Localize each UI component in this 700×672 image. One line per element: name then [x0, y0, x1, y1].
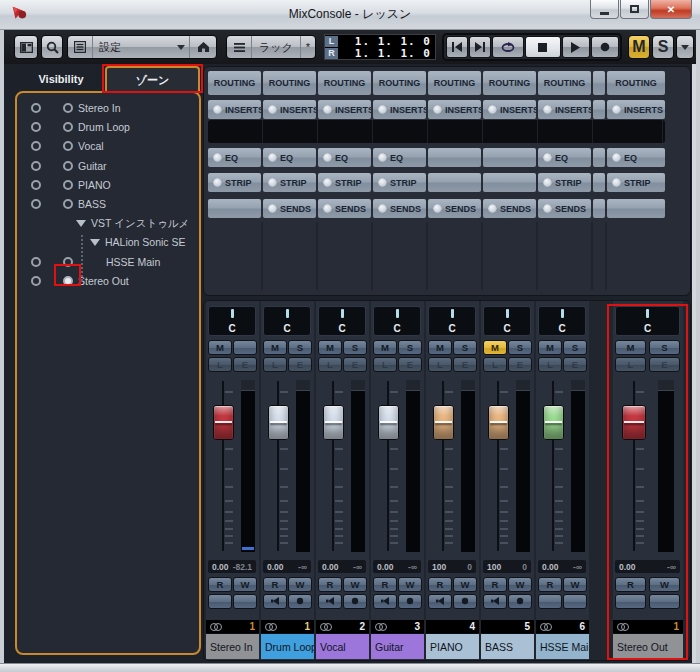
edit-channel-button[interactable]: E [563, 357, 587, 372]
read-automation-button[interactable]: R [263, 577, 287, 592]
monitor-button[interactable] [483, 594, 507, 609]
listen-button[interactable]: L [208, 357, 232, 372]
fader-value[interactable]: 0.00 [377, 562, 394, 572]
rack-strip-cell[interactable]: STRIP [373, 173, 426, 192]
channel-label[interactable]: Guitar [78, 160, 107, 172]
visibility-left-radio[interactable] [31, 141, 41, 151]
insert-slot[interactable] [428, 120, 483, 143]
rack-routing-cell[interactable]: ROUTING [428, 71, 481, 95]
solo-button[interactable] [233, 340, 257, 355]
rack-routing-cell[interactable]: ROUTING [373, 71, 426, 95]
tab-visibility[interactable]: Visibility [18, 68, 104, 90]
chevron-down-icon[interactable] [177, 45, 185, 50]
rack-eq-cell[interactable]: EQ [373, 148, 426, 167]
mute-button[interactable]: M [538, 340, 562, 355]
rack-sends-cell[interactable]: SENDS [263, 199, 316, 218]
rack-strip-cell[interactable]: STRIP [208, 173, 261, 192]
edit-channel-button[interactable]: E [398, 357, 422, 372]
fader-handle[interactable] [488, 405, 509, 440]
pan-control[interactable]: C [208, 306, 256, 336]
pan-control[interactable]: C [483, 306, 531, 336]
rack-strip-cell[interactable]: STRIP [607, 173, 665, 192]
rack-eq-cell[interactable]: EQ [263, 148, 316, 167]
channel-name[interactable]: PIANO [426, 633, 479, 659]
mute-button[interactable]: M [318, 340, 342, 355]
pan-control[interactable]: C [428, 306, 476, 336]
listen-button[interactable]: L [318, 357, 342, 372]
fader-value[interactable]: 0.00 [267, 562, 284, 572]
channel-label[interactable]: Stereo Out [78, 275, 129, 287]
insert-slot[interactable] [538, 120, 593, 143]
visibility-right-radio[interactable] [63, 180, 73, 190]
stop-button[interactable] [525, 36, 561, 58]
monitor-button[interactable] [428, 594, 452, 609]
rack-routing-cell[interactable]: ROUTING [318, 71, 371, 95]
monitor-button[interactable] [318, 594, 342, 609]
solo-button[interactable]: S [288, 340, 312, 355]
record-enable-button[interactable] [288, 594, 312, 609]
minimize-button[interactable] [590, 0, 619, 19]
monitor-button[interactable] [263, 594, 287, 609]
rack-routing-cell[interactable]: ROUTING [607, 71, 665, 95]
record-enable-button[interactable] [508, 594, 532, 609]
insert-slot[interactable] [593, 120, 663, 143]
insert-slot[interactable] [483, 120, 538, 143]
rack-inserts-cell[interactable]: INSERTS [483, 100, 536, 119]
fader-handle[interactable] [213, 405, 234, 440]
fader-value[interactable]: 0.00 [212, 562, 229, 572]
rack-eq-cell[interactable]: EQ [318, 148, 371, 167]
fader-handle[interactable] [433, 405, 454, 440]
mute-button[interactable]: M [483, 340, 507, 355]
visibility-right-radio[interactable] [63, 161, 73, 171]
close-button[interactable]: ✕ [650, 0, 692, 19]
edit-channel-button[interactable]: E [343, 357, 367, 372]
channel-label[interactable]: HSSE Main [106, 256, 160, 268]
settings-list-button[interactable] [68, 41, 92, 53]
rack-inserts-cell[interactable]: INSERTS [263, 100, 316, 119]
record-enable-button[interactable] [343, 594, 367, 609]
blank-button[interactable] [538, 594, 562, 609]
meter-max-value[interactable]: -∞ [298, 562, 307, 572]
solo-button[interactable]: S [398, 340, 422, 355]
channel-label[interactable]: Vocal [78, 140, 104, 152]
fader-value[interactable]: 0.00 [542, 562, 559, 572]
rack-sends-cell[interactable]: SENDS [538, 199, 591, 218]
play-button[interactable] [562, 36, 590, 58]
listen-button[interactable]: L [538, 357, 562, 372]
rack-button[interactable]: ラック [252, 40, 300, 55]
meter-max-value[interactable]: -∞ [408, 562, 417, 572]
mute-button[interactable]: M [428, 340, 452, 355]
record-enable-button[interactable] [453, 594, 477, 609]
rack-inserts-cell[interactable]: INSERTS [538, 100, 591, 119]
cycle-button[interactable] [492, 36, 524, 58]
maximize-button[interactable] [620, 0, 649, 19]
fader-handle[interactable] [323, 405, 344, 440]
blank-button[interactable] [208, 594, 232, 609]
meter-max-value[interactable]: 0 [522, 562, 527, 572]
rack-eq-cell[interactable]: EQ [538, 148, 591, 167]
window-layout-button[interactable] [14, 35, 38, 59]
edit-channel-button[interactable]: E [508, 357, 532, 372]
rack-routing-cell[interactable]: ROUTING [263, 71, 316, 95]
solo-button[interactable]: S [453, 340, 477, 355]
read-automation-button[interactable]: R [208, 577, 232, 592]
insert-slot[interactable] [263, 120, 318, 143]
write-automation-button[interactable]: W [343, 577, 367, 592]
fader-value[interactable]: 100 [432, 562, 446, 572]
fader-handle[interactable] [268, 405, 289, 440]
solo-button[interactable]: S [343, 340, 367, 355]
channel-name[interactable]: Drum Loop [261, 633, 314, 659]
collapse-triangle-icon[interactable] [76, 220, 86, 227]
write-automation-button[interactable]: W [398, 577, 422, 592]
channel-name[interactable]: Vocal [316, 633, 369, 659]
blank-button[interactable] [233, 594, 257, 609]
pan-control[interactable]: C [263, 306, 311, 336]
rack-strip-cell[interactable]: STRIP [538, 173, 591, 192]
channel-name[interactable]: HSSE Main [536, 633, 589, 659]
fader-value[interactable]: 0.00 [322, 562, 339, 572]
record-enable-button[interactable] [398, 594, 422, 609]
edit-channel-button[interactable]: E [288, 357, 312, 372]
channel-label[interactable]: BASS [78, 198, 106, 210]
rack-inserts-cell[interactable]: INSERTS [373, 100, 426, 119]
visibility-left-radio[interactable] [31, 276, 41, 286]
